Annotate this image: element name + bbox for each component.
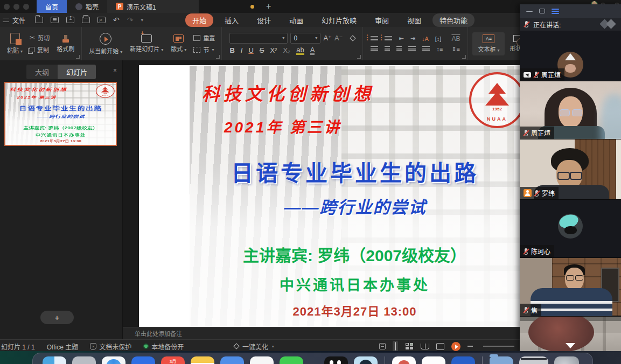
protection-indicator[interactable]: × 文档未保护 bbox=[90, 342, 131, 351]
launchpad-icon[interactable] bbox=[72, 356, 96, 364]
redo-icon[interactable]: ↷ bbox=[127, 16, 134, 24]
app-store-icon[interactable] bbox=[131, 356, 155, 364]
tab-document[interactable]: P 演示文稿1 bbox=[107, 0, 199, 13]
undo-icon[interactable]: ↶ bbox=[113, 16, 120, 24]
finder-icon[interactable] bbox=[43, 356, 66, 364]
decrease-indent-icon[interactable]: ⇤ bbox=[399, 35, 403, 42]
slideshow-setup-icon[interactable] bbox=[436, 343, 444, 350]
text-box-button[interactable]: A≡ 文本框 ▾ bbox=[472, 32, 505, 55]
notes-toggle-icon[interactable] bbox=[379, 343, 386, 349]
ribbon-tab-animation[interactable]: 动画 bbox=[282, 13, 310, 27]
clear-format-icon[interactable] bbox=[350, 35, 356, 41]
downloads-folder-icon[interactable] bbox=[490, 356, 513, 364]
zoom-slider[interactable] bbox=[483, 346, 514, 347]
superscript-button[interactable]: X² bbox=[270, 46, 277, 54]
scroll-down-arrow-icon[interactable] bbox=[566, 343, 575, 348]
normal-view-button[interactable] bbox=[393, 341, 398, 352]
participant-cell-5[interactable]: 焦 bbox=[520, 257, 621, 316]
section-button[interactable]: 节 ▾ bbox=[193, 45, 215, 54]
slide-editor-canvas[interactable]: 1952 NUAA 科技文化创新创想 2021年 第三讲 日语专业毕业生的出路 … bbox=[123, 60, 520, 327]
numbered-list-icon[interactable] bbox=[385, 36, 392, 41]
export-icon[interactable] bbox=[66, 17, 74, 23]
file-menu[interactable]: 文件 bbox=[12, 16, 25, 25]
print-preview-icon[interactable] bbox=[97, 17, 106, 23]
tab-docer[interactable]: 稻壳 bbox=[67, 0, 107, 13]
reset-button[interactable]: 重置 bbox=[193, 33, 215, 42]
ribbon-tab-special-features[interactable]: 特色功能 bbox=[432, 13, 475, 27]
participant-cell-6[interactable] bbox=[520, 316, 621, 353]
align-right-icon[interactable] bbox=[396, 46, 402, 52]
line-spacing-icon[interactable]: ↕≡ bbox=[436, 46, 443, 52]
backup-indicator[interactable]: 本地备份开 bbox=[143, 342, 184, 351]
meeting-maximize-icon[interactable] bbox=[539, 9, 545, 13]
slide-page[interactable]: 1952 NUAA 科技文化创新创想 2021年 第三讲 日语专业毕业生的出路 … bbox=[139, 65, 520, 327]
trash-icon[interactable] bbox=[554, 356, 579, 364]
char-border-button[interactable]: AB bbox=[451, 35, 460, 43]
slides-tab[interactable]: 幻灯片 bbox=[58, 65, 96, 79]
slide-thumbnail-1[interactable]: 1952 NUAA 科技文化创新创想 2021年 第三讲 日语专业毕业生的出路 … bbox=[4, 82, 117, 146]
increase-indent-icon[interactable]: ⇥ bbox=[410, 35, 415, 42]
keynote-icon[interactable] bbox=[392, 356, 416, 364]
start-slideshow-button[interactable] bbox=[451, 342, 460, 351]
pages-icon[interactable] bbox=[422, 356, 445, 364]
font-size-select[interactable]: 0▾ bbox=[290, 33, 320, 44]
shrink-font-button[interactable]: A⁻ bbox=[334, 34, 343, 42]
align-center-icon[interactable] bbox=[385, 46, 390, 52]
grow-font-button[interactable]: A⁺ bbox=[323, 34, 332, 42]
justify-icon[interactable] bbox=[408, 46, 416, 52]
safari-icon[interactable] bbox=[102, 356, 125, 364]
copy-button[interactable]: 复制 bbox=[30, 45, 50, 54]
customize-toolbar-chevron-icon[interactable]: ▾ bbox=[141, 17, 143, 23]
slide-sorter-icon[interactable] bbox=[406, 343, 409, 346]
subscript-button[interactable]: X₂ bbox=[283, 46, 290, 54]
play-from-current-button[interactable]: 从当前开始 ▾ bbox=[85, 29, 126, 59]
new-tab-button[interactable]: + bbox=[266, 2, 271, 11]
paragraph-spacing-icon[interactable]: ⇕≡ bbox=[451, 46, 460, 53]
meeting-layout-icon[interactable] bbox=[552, 9, 559, 14]
photos-icon[interactable] bbox=[250, 356, 274, 364]
notes-app-icon[interactable] bbox=[191, 356, 214, 364]
theme-indicator[interactable]: Office 主题 bbox=[47, 342, 78, 351]
traffic-light-close[interactable] bbox=[4, 4, 10, 10]
mail-icon[interactable] bbox=[220, 356, 244, 364]
reading-view-icon[interactable] bbox=[421, 344, 429, 349]
meeting-minimize-icon[interactable] bbox=[526, 11, 533, 12]
layout-button[interactable]: 版式 ▾ bbox=[167, 29, 190, 59]
align-left-icon[interactable] bbox=[371, 46, 378, 52]
notes-pane[interactable]: 单击此处添加备注 bbox=[123, 327, 520, 339]
traffic-light-minimize[interactable] bbox=[13, 4, 19, 10]
highlight-color-button[interactable]: ab bbox=[296, 46, 304, 55]
zoom-out-icon[interactable] bbox=[468, 346, 473, 347]
tab-home[interactable]: 首页 bbox=[37, 0, 67, 13]
add-slide-button[interactable]: + bbox=[40, 311, 74, 324]
outline-tab[interactable]: 大纲 bbox=[26, 65, 58, 79]
font-color-button[interactable]: A bbox=[310, 46, 315, 55]
bold-button[interactable]: B bbox=[229, 46, 234, 54]
ribbon-tab-view[interactable]: 视图 bbox=[400, 13, 428, 27]
new-slide-button[interactable]: 新建幻灯片 ▾ bbox=[126, 29, 167, 59]
hamburger-menu-icon[interactable] bbox=[3, 18, 9, 22]
participant-cell-1[interactable]: 周芷煊 bbox=[520, 31, 621, 81]
bullet-list-icon[interactable] bbox=[371, 36, 378, 41]
text-direction-icon[interactable]: ↓A bbox=[422, 36, 429, 42]
print-icon[interactable] bbox=[82, 17, 90, 23]
save-icon[interactable] bbox=[51, 17, 59, 23]
ribbon-tab-review[interactable]: 审阅 bbox=[368, 13, 396, 27]
paste-button[interactable]: 粘贴 ▾ bbox=[3, 29, 26, 59]
participant-cell-3[interactable]: 罗纬 bbox=[520, 139, 621, 199]
wechat-icon[interactable] bbox=[280, 356, 303, 364]
meeting-app-icon[interactable] bbox=[354, 356, 378, 364]
distribute-icon[interactable] bbox=[422, 46, 430, 52]
ribbon-tab-insert[interactable]: 插入 bbox=[218, 13, 246, 27]
font-family-select[interactable]: ▾ bbox=[229, 33, 288, 44]
open-icon[interactable] bbox=[35, 17, 43, 23]
italic-button[interactable]: I bbox=[241, 46, 243, 54]
beautify-button[interactable]: 一键美化 ▴ bbox=[234, 342, 274, 351]
traffic-light-zoom[interactable] bbox=[23, 4, 29, 10]
ribbon-tab-start[interactable]: 开始 bbox=[185, 13, 213, 27]
participant-cell-4[interactable]: 陈珂心 bbox=[520, 199, 621, 257]
cut-button[interactable]: ✂剪切 bbox=[30, 33, 50, 42]
underline-button[interactable]: U bbox=[248, 46, 253, 54]
ribbon-tab-slideshow[interactable]: 幻灯片放映 bbox=[315, 13, 364, 27]
participant-cell-2[interactable]: 周芷煊 bbox=[520, 81, 621, 139]
